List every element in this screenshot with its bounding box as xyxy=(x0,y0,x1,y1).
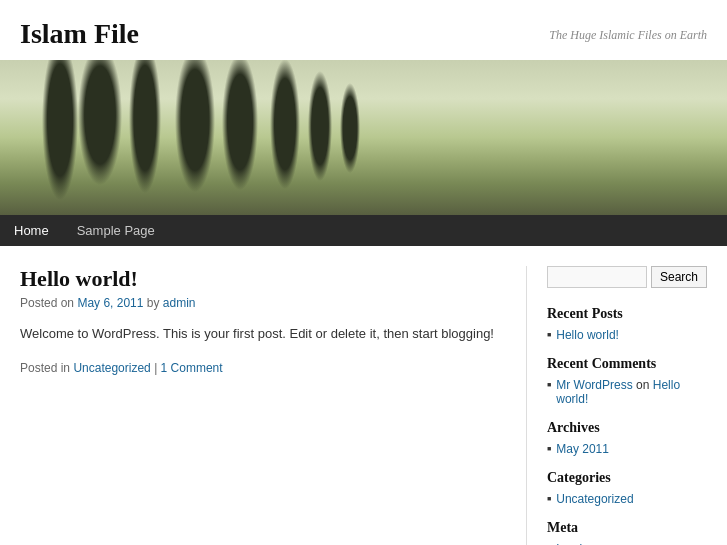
post-meta: Posted on May 6, 2011 by admin xyxy=(20,296,506,310)
archives-section: Archives May 2011 xyxy=(547,420,707,456)
main-content: Hello world! Posted on May 6, 2011 by ad… xyxy=(20,266,527,545)
post-author-link[interactable]: admin xyxy=(163,296,196,310)
post-comment-link[interactable]: 1 Comment xyxy=(161,361,223,375)
archives-list: May 2011 xyxy=(547,442,707,456)
site-title: Islam File xyxy=(20,18,139,50)
post-title: Hello world! xyxy=(20,266,506,292)
categories-heading: Categories xyxy=(547,470,707,486)
search-box: Search xyxy=(547,266,707,288)
site-description: The Huge Islamic Files on Earth xyxy=(549,28,707,43)
categories-list: Uncategorized xyxy=(547,492,707,506)
header-image xyxy=(0,60,727,215)
sidebar: Search Recent Posts Hello world! Recent … xyxy=(527,266,707,545)
recent-posts-list: Hello world! xyxy=(547,328,707,342)
category-link-0[interactable]: Uncategorized xyxy=(556,492,633,506)
recent-comments-heading: Recent Comments xyxy=(547,356,707,372)
post-footer: Posted in Uncategorized | 1 Comment xyxy=(20,361,506,375)
recent-posts-section: Recent Posts Hello world! xyxy=(547,306,707,342)
archives-heading: Archives xyxy=(547,420,707,436)
list-item: Uncategorized xyxy=(547,492,707,506)
list-item: May 2011 xyxy=(547,442,707,456)
meta-heading: Meta xyxy=(547,520,707,536)
search-button[interactable]: Search xyxy=(651,266,707,288)
nav-item-home[interactable]: Home xyxy=(0,215,63,246)
recent-posts-heading: Recent Posts xyxy=(547,306,707,322)
content-area: Hello world! Posted on May 6, 2011 by ad… xyxy=(0,246,727,545)
site-header: Islam File The Huge Islamic Files on Ear… xyxy=(0,0,727,60)
post-category-link[interactable]: Uncategorized xyxy=(73,361,150,375)
comment-entry-0: Mr WordPress on Hello world! xyxy=(547,378,707,406)
recent-comments-section: Recent Comments Mr WordPress on Hello wo… xyxy=(547,356,707,406)
archive-link-0[interactable]: May 2011 xyxy=(556,442,609,456)
list-item: Hello world! xyxy=(547,328,707,342)
post-date-link[interactable]: May 6, 2011 xyxy=(77,296,143,310)
search-input[interactable] xyxy=(547,266,647,288)
categories-section: Categories Uncategorized xyxy=(547,470,707,506)
nav-item-sample-page[interactable]: Sample Page xyxy=(63,215,169,246)
meta-section: Meta Log in Entries RSS Comments RSS Wor… xyxy=(547,520,707,545)
post-body: Welcome to WordPress. This is your first… xyxy=(20,324,506,345)
commenter-link-0[interactable]: Mr WordPress xyxy=(556,378,632,392)
recent-post-link-0[interactable]: Hello world! xyxy=(556,328,619,342)
main-nav: Home Sample Page xyxy=(0,215,727,246)
